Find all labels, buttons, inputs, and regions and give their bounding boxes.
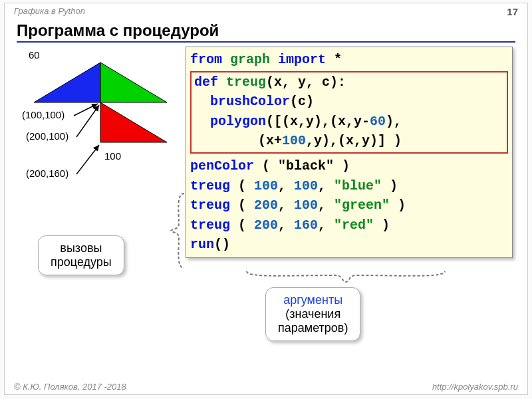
code-line-3: brushColor(c) — [194, 92, 504, 112]
code-line-4: polygon([(x,y),(x,y-60), — [194, 112, 504, 132]
svg-marker-1 — [100, 63, 167, 102]
base-length-label: 100 — [104, 150, 121, 162]
svg-marker-2 — [100, 102, 167, 142]
callout-arguments: аргументы (значения параметров) — [265, 287, 360, 341]
code-line-10: run() — [190, 235, 508, 255]
callout-calls-line2: процедуры — [51, 255, 112, 269]
course-label: Графика в Python — [14, 6, 85, 17]
calls-brace-icon — [167, 191, 187, 271]
footer-copyright: © К.Ю. Поляков, 2017 -2018 — [14, 382, 126, 392]
callout-calls: вызовы процедуры — [38, 235, 124, 275]
coord-200-100: (200,100) — [26, 130, 68, 142]
svg-line-4 — [76, 105, 99, 137]
footer-url: http://kpolyakov.spb.ru — [432, 382, 518, 392]
svg-line-5 — [76, 145, 99, 174]
callout-args-line2: (значения — [278, 307, 348, 321]
code-line-9: treug ( 200, 160, "red" ) — [190, 215, 508, 235]
svg-line-3 — [74, 104, 98, 116]
procedure-definition-frame: def treug(x, y, c): brushColor(c) polygo… — [190, 71, 508, 154]
svg-marker-0 — [34, 63, 100, 102]
triangles-diagram: 60 (100,100) (200,100) 100 (200,160) — [21, 49, 180, 189]
callout-args-line3: параметров) — [278, 321, 348, 335]
coord-100-100: (100,100) — [22, 109, 65, 120]
coord-200-160: (200,160) — [26, 168, 68, 179]
code-block: from graph import * def treug(x, y, c): … — [186, 47, 513, 258]
callout-calls-line1: вызовы — [51, 241, 112, 255]
code-line-7: treug ( 100, 100, "blue" ) — [190, 176, 508, 196]
code-line-1: from graph import * — [190, 50, 508, 70]
args-brace-icon — [243, 269, 449, 285]
callout-args-line1: аргументы — [278, 293, 348, 307]
code-line-2: def treug(x, y, c): — [194, 72, 504, 92]
code-line-8: treug ( 200, 100, "green" ) — [190, 196, 508, 215]
code-line-5: (x+100,y),(x,y)] ) — [194, 131, 504, 151]
page-number: 17 — [507, 6, 518, 17]
slide-title: Программа с процедурой — [17, 21, 515, 43]
side-length-label: 60 — [29, 49, 40, 61]
code-line-6: penColor ( "black" ) — [190, 156, 508, 176]
